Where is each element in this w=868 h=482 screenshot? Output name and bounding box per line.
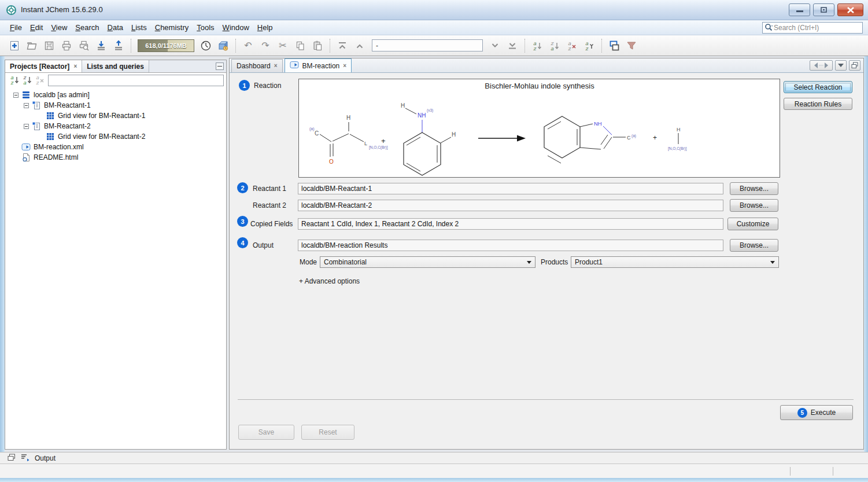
- tree-item-readme-html[interactable]: README.html: [5, 152, 226, 163]
- save-button[interactable]: Save: [238, 425, 294, 440]
- tab-bm-reaction[interactable]: BM-reaction ×: [285, 58, 352, 72]
- minimize-panel-button[interactable]: [216, 62, 224, 70]
- reaction-rules-button[interactable]: Reaction Rules: [784, 98, 852, 110]
- svg-text:H: H: [401, 102, 405, 109]
- execute-button[interactable]: 5 Execute: [780, 405, 853, 420]
- scroll-tabs-buttons[interactable]: [810, 60, 833, 71]
- print-preview-icon[interactable]: [76, 38, 92, 54]
- import-icon[interactable]: [93, 38, 109, 54]
- reactant2-label: Reactant 2: [253, 201, 286, 209]
- reactant2-browse-button[interactable]: Browse...: [730, 199, 778, 212]
- sort-ascending-icon[interactable]: az: [529, 38, 545, 54]
- html-file-icon: [21, 153, 31, 162]
- clear-sort-icon[interactable]: az: [564, 38, 580, 54]
- svg-text:C: C: [315, 130, 319, 137]
- collapse-toggle[interactable]: [13, 93, 19, 98]
- windows-layout-icon[interactable]: [606, 38, 622, 54]
- reactant1-field[interactable]: [298, 183, 723, 194]
- tree-item-localdb[interactable]: localdb [as admin]: [5, 90, 226, 100]
- reaction-scheme[interactable]: Bischler-Mohlau indole synthesis (a) C O…: [298, 79, 780, 178]
- customize-button[interactable]: Customize: [727, 218, 778, 230]
- collapse-up-icon[interactable]: [352, 38, 368, 54]
- output-field[interactable]: [298, 240, 723, 251]
- expand-down-icon[interactable]: [487, 38, 503, 54]
- collapse-toggle[interactable]: [24, 124, 29, 129]
- svg-text:NH: NH: [418, 112, 426, 119]
- menu-search[interactable]: Search: [71, 21, 103, 34]
- paste-icon[interactable]: [309, 38, 326, 54]
- projects-panel: Projects [Reactor] × Lists and queries a…: [5, 60, 227, 450]
- products-select[interactable]: Product1: [571, 256, 779, 268]
- svg-text:z: z: [585, 46, 589, 51]
- custom-sort-icon[interactable]: az: [581, 38, 597, 54]
- menu-help[interactable]: Help: [253, 21, 277, 34]
- reactant1-browse-button[interactable]: Browse...: [730, 182, 778, 195]
- open-project-icon[interactable]: [24, 38, 40, 54]
- collapse-to-top-icon[interactable]: [334, 38, 350, 54]
- export-icon[interactable]: [110, 38, 127, 54]
- reset-button[interactable]: Reset: [301, 425, 354, 440]
- window-frame-right: [864, 56, 868, 452]
- menu-file[interactable]: File: [6, 21, 26, 34]
- collapse-toggle[interactable]: [24, 103, 29, 108]
- tree-item-bm-reactant-2[interactable]: BM-Reactant-2: [5, 121, 226, 131]
- menu-data[interactable]: Data: [104, 21, 127, 34]
- cut-icon[interactable]: ✂: [275, 38, 291, 54]
- undo-icon[interactable]: ↶: [240, 38, 256, 54]
- restore-button[interactable]: [813, 3, 834, 16]
- restore-window-icon[interactable]: [8, 454, 16, 463]
- structure-table-icon: [32, 122, 41, 131]
- output-tab-label[interactable]: Output: [35, 454, 56, 462]
- sort-descending-icon[interactable]: za: [546, 38, 563, 54]
- advanced-options-link[interactable]: + Advanced options: [299, 277, 360, 285]
- maximize-editor-button[interactable]: [849, 60, 860, 71]
- menu-edit[interactable]: Edit: [26, 21, 47, 34]
- close-button[interactable]: [837, 3, 863, 16]
- garbage-collect-icon[interactable]: [198, 38, 214, 54]
- tree-clear-sort-icon[interactable]: az: [35, 75, 45, 87]
- tab-list-dropdown-button[interactable]: [835, 60, 847, 71]
- menu-lists[interactable]: Lists: [127, 21, 151, 34]
- memory-indicator[interactable]: 618,0/1176MB: [138, 39, 194, 52]
- copied-fields-field[interactable]: [298, 218, 723, 230]
- menu-tools[interactable]: Tools: [193, 21, 218, 34]
- tab-projects[interactable]: Projects [Reactor] ×: [5, 60, 82, 72]
- close-icon[interactable]: ×: [73, 64, 77, 69]
- save-icon[interactable]: [41, 38, 57, 54]
- svg-text:(a): (a): [631, 134, 636, 138]
- tab-dashboard[interactable]: Dashboard ×: [231, 59, 283, 72]
- tree-item-bm-reaction-xml[interactable]: BM-reaction.xml: [5, 142, 226, 152]
- tree-filter-input[interactable]: [48, 75, 224, 86]
- redo-icon[interactable]: ↷: [257, 38, 274, 54]
- database-schema-icon[interactable]: [215, 38, 231, 54]
- minimize-button[interactable]: [789, 3, 810, 16]
- print-icon[interactable]: [58, 38, 75, 54]
- new-file-icon[interactable]: [6, 38, 23, 54]
- reactant2-field[interactable]: [298, 200, 723, 211]
- svg-text:[N,O,C(Br)]: [N,O,C(Br)]: [668, 146, 687, 151]
- select-reaction-button[interactable]: Select Reaction: [784, 81, 852, 93]
- tree-sort-desc-icon[interactable]: za: [23, 75, 32, 87]
- menu-view[interactable]: View: [47, 21, 71, 34]
- copy-icon[interactable]: [292, 38, 308, 54]
- filter-icon[interactable]: [623, 38, 640, 54]
- quick-search[interactable]: [762, 22, 863, 34]
- tab-lists-label: Lists and queries: [87, 62, 144, 71]
- output-window-icon[interactable]: [21, 454, 29, 463]
- close-icon[interactable]: ×: [343, 63, 346, 69]
- close-icon[interactable]: ×: [274, 63, 278, 69]
- tree-item-grid-view-2[interactable]: Grid view for BM-Reactant-2: [5, 131, 226, 142]
- menu-chemistry[interactable]: Chemistry: [151, 21, 193, 34]
- output-browse-button[interactable]: Browse...: [730, 239, 778, 252]
- tree-item-bm-reactant-1[interactable]: BM-Reactant-1: [5, 100, 226, 111]
- mode-select[interactable]: Combinatorial: [320, 256, 535, 268]
- search-input[interactable]: [774, 24, 862, 32]
- svg-text:H: H: [346, 115, 350, 121]
- divider: [238, 399, 854, 400]
- expand-to-bottom-icon[interactable]: [504, 38, 520, 54]
- tab-lists-and-queries[interactable]: Lists and queries: [82, 60, 149, 72]
- schema-combo[interactable]: -: [372, 39, 483, 51]
- menu-window[interactable]: Window: [219, 21, 253, 34]
- tree-sort-asc-icon[interactable]: az: [10, 75, 19, 87]
- tree-item-grid-view-1[interactable]: Grid view for BM-Reactant-1: [5, 111, 226, 121]
